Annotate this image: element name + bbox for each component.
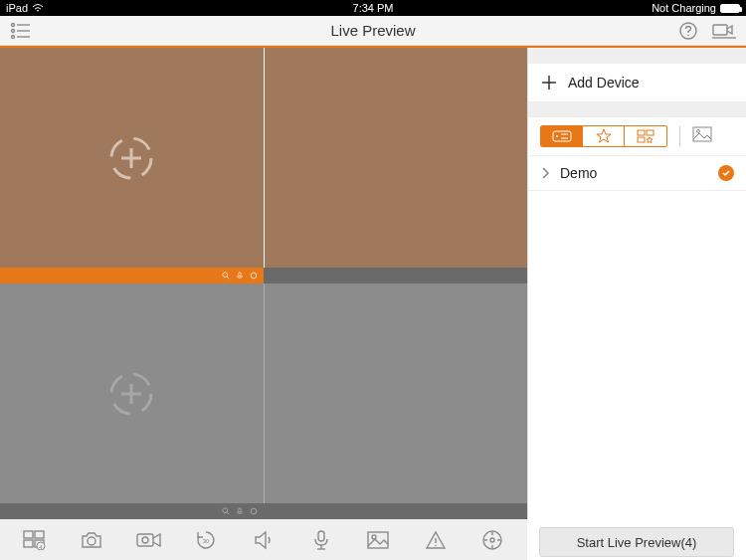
side-panel: Add Device Demo xyxy=(527,48,746,519)
plus-icon xyxy=(540,74,558,92)
mic-button[interactable] xyxy=(301,520,341,560)
battery-icon xyxy=(720,4,740,13)
svg-point-23 xyxy=(251,508,257,514)
rec-mini-icon xyxy=(250,507,258,515)
nav-bar: Live Preview xyxy=(0,16,746,46)
seg-grid-star-icon[interactable] xyxy=(625,126,666,146)
cell-strip-4 xyxy=(264,503,527,519)
svg-point-27 xyxy=(556,135,558,137)
device-row[interactable]: Demo xyxy=(528,155,746,191)
video-cell-4[interactable] xyxy=(265,283,528,503)
start-live-preview-button[interactable]: Start Live Preview(4) xyxy=(539,527,734,557)
svg-rect-45 xyxy=(318,531,324,541)
seg-device-icon[interactable] xyxy=(541,126,583,146)
svg-point-43 xyxy=(142,537,148,543)
svg-rect-26 xyxy=(553,131,571,141)
image-quality-button[interactable] xyxy=(358,520,398,560)
video-grid xyxy=(0,48,527,519)
svg-point-34 xyxy=(697,130,700,133)
check-badge-icon xyxy=(718,165,734,181)
svg-text:30: 30 xyxy=(203,538,210,544)
page-title: Live Preview xyxy=(330,22,415,39)
search-mini-icon xyxy=(222,507,230,515)
svg-rect-31 xyxy=(647,130,653,135)
help-icon[interactable] xyxy=(678,21,698,41)
svg-point-2 xyxy=(12,29,15,32)
wifi-icon xyxy=(32,4,44,12)
svg-rect-42 xyxy=(137,534,153,546)
svg-point-7 xyxy=(687,34,689,36)
side-fill xyxy=(528,191,746,519)
svg-point-41 xyxy=(88,537,95,545)
video-cell-1[interactable] xyxy=(0,48,264,268)
svg-rect-22 xyxy=(239,508,241,512)
start-btn-label: Start Live Preview(4) xyxy=(577,535,697,550)
svg-rect-15 xyxy=(239,273,241,277)
record-button[interactable] xyxy=(129,520,169,560)
mic-mini-icon xyxy=(236,507,244,515)
svg-rect-30 xyxy=(638,130,645,135)
svg-point-49 xyxy=(372,535,376,539)
svg-rect-36 xyxy=(35,531,44,538)
filter-divider xyxy=(679,126,680,146)
svg-rect-37 xyxy=(24,540,33,547)
video-cell-2[interactable] xyxy=(265,48,528,268)
filter-row xyxy=(528,117,746,155)
svg-line-14 xyxy=(227,277,229,279)
svg-line-21 xyxy=(227,512,229,514)
menu-list-icon[interactable] xyxy=(10,22,32,40)
camera-panel-icon[interactable] xyxy=(712,22,736,40)
svg-point-4 xyxy=(12,35,15,38)
playback-button[interactable]: 30 xyxy=(186,520,226,560)
svg-point-51 xyxy=(435,544,437,546)
svg-rect-48 xyxy=(368,532,388,548)
add-channel-icon[interactable] xyxy=(108,371,154,417)
status-time: 7:34 PM xyxy=(353,2,394,14)
status-bar: iPad 7:34 PM Not Charging xyxy=(0,0,746,16)
speaker-button[interactable] xyxy=(244,520,283,560)
add-device-label: Add Device xyxy=(568,75,640,91)
side-gap xyxy=(528,101,746,117)
seg-star-icon[interactable] xyxy=(583,126,625,146)
svg-point-0 xyxy=(12,23,15,26)
layout-button[interactable]: 4 xyxy=(15,520,55,560)
svg-point-16 xyxy=(251,273,257,279)
cell-strip-3 xyxy=(0,503,264,519)
add-device-row[interactable]: Add Device xyxy=(528,64,746,101)
svg-rect-32 xyxy=(638,137,645,142)
svg-rect-33 xyxy=(693,127,711,141)
side-gap xyxy=(528,48,746,64)
cell-strip-1 xyxy=(0,268,264,283)
status-device: iPad xyxy=(6,2,28,14)
svg-rect-35 xyxy=(24,531,33,538)
video-cell-3[interactable] xyxy=(0,283,264,503)
rec-mini-icon xyxy=(250,272,258,280)
image-filter-icon[interactable] xyxy=(692,126,712,146)
status-charge: Not Charging xyxy=(652,2,716,14)
mic-mini-icon xyxy=(236,272,244,280)
bottom-toolbar: 4 30 xyxy=(0,519,527,560)
search-mini-icon xyxy=(222,272,230,280)
segmented-control xyxy=(540,125,667,147)
add-channel-icon[interactable] xyxy=(108,135,154,181)
alarm-button[interactable] xyxy=(416,520,456,560)
device-label: Demo xyxy=(560,165,708,181)
cell-strip-2 xyxy=(264,268,527,283)
svg-rect-8 xyxy=(713,25,727,35)
chevron-right-icon xyxy=(540,166,550,180)
svg-point-53 xyxy=(490,538,494,542)
ptz-button[interactable] xyxy=(472,520,512,560)
snapshot-button[interactable] xyxy=(72,520,111,560)
